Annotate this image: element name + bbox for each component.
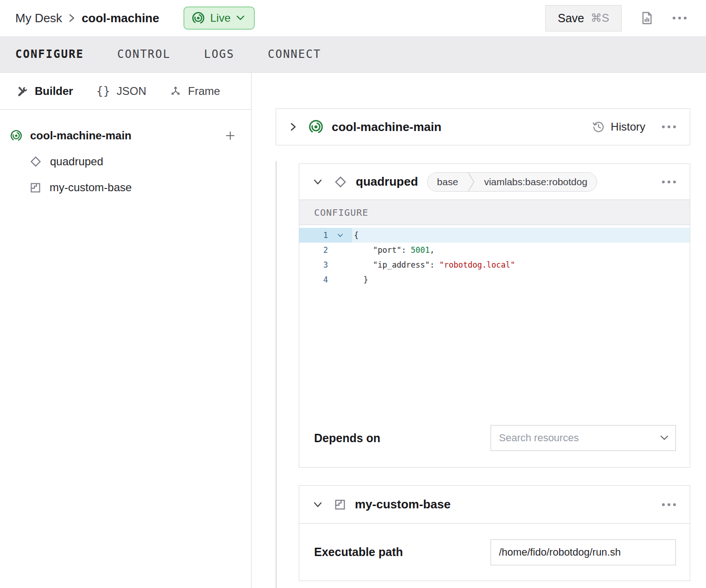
tree-item-label: my-custom-base [50,181,132,194]
chevron-right-icon [290,122,296,132]
executable-path-label: Executable path [314,545,403,559]
executable-path-input[interactable] [491,539,676,565]
tab-control[interactable]: CONTROL [117,48,170,61]
tab-configure[interactable]: CONFIGURE [15,48,84,61]
header-overflow-menu[interactable] [673,17,687,19]
breadcrumb-current: cool-machine [82,11,159,25]
header-actions: Save ⌘S [545,0,706,36]
machine-part-title: cool-machine-main [332,120,441,134]
add-resource-button[interactable] [225,130,236,141]
tree-item-label: cool-machine-main [30,129,132,142]
view-mode-bar: Builder{}JSONFrame [0,73,251,110]
machine-page: My Desk cool-machine Live Save ⌘S [0,0,706,588]
configure-section-label: CONFIGURE [314,207,368,218]
code-line[interactable]: 3 "ip_address": "robotdog.local" [299,257,690,272]
machine-stats-button[interactable] [639,11,654,25]
plus-icon [225,130,236,141]
badge-resource-type: base [428,173,467,191]
custom-base-card-title: my-custom-base [355,497,451,512]
depends-on-row: Depends on [299,424,690,452]
tab-logs[interactable]: LOGS [204,48,234,61]
mode-json[interactable]: {}JSON [96,84,146,98]
resource-tree: cool-machine-mainquadrupedmy-custom-base [0,110,251,198]
chevron-down-icon [313,501,322,508]
line-number: 2 [299,243,328,257]
machine-card-menu[interactable] [662,125,676,128]
code-line[interactable]: 2 "port": 5001, [299,243,690,257]
save-shortcut: ⌘S [591,12,609,25]
code-line[interactable]: 4 } [299,272,690,287]
breadcrumb-parent[interactable]: My Desk [15,11,62,25]
quadruped-card-menu[interactable] [662,181,676,183]
chevron-down-icon [313,179,322,185]
attributes-code-editor[interactable]: 1{2 "port": 5001,3 "ip_address": "robotd… [299,225,690,424]
collapse-card-button[interactable] [313,179,322,185]
ellipsis-icon [662,125,676,128]
module-icon [29,181,42,194]
badge-separator-chevron [467,173,475,191]
breadcrumb: My Desk cool-machine [15,11,159,25]
fold-toggle[interactable] [328,228,352,243]
mode-label: Builder [35,85,73,98]
chevron-right-icon [69,13,75,23]
top-header: My Desk cool-machine Live Save ⌘S [0,0,706,36]
braces-icon: {} [96,84,110,98]
badge-resource-model: viamlabs:base:robotdog [475,173,597,191]
module-icon [334,498,347,511]
component-diamond-icon [334,175,347,189]
machine-part-card: cool-machine-main History [276,108,690,145]
fold-gutter [328,272,352,287]
ellipsis-icon [662,181,676,183]
quadruped-card-title: quadruped [356,175,418,189]
tree-item-cool-machine-main[interactable]: cool-machine-main [0,125,251,146]
history-button[interactable]: History [592,120,645,133]
tab-connect[interactable]: CONNECT [268,48,321,61]
expand-card-button[interactable] [290,122,296,132]
quadruped-card-header: quadruped baseviamlabs:base:robotdog [299,164,690,200]
custom-base-card-body: Executable path [299,524,690,581]
component-diamond-icon [29,155,42,168]
fold-gutter [328,257,352,272]
code-content: { [352,228,690,243]
tree-item-label: quadruped [50,155,103,168]
mode-builder[interactable]: Builder [16,85,73,98]
machine-live-icon [10,130,22,142]
broadcast-icon [192,12,205,25]
fold-gutter [328,243,352,257]
custom-base-resource-card: my-custom-base Executable path [299,485,690,581]
sidebar: Builder{}JSONFrame cool-machine-mainquad… [0,73,252,588]
mode-frame[interactable]: Frame [170,85,220,98]
history-label: History [611,120,645,133]
tools-icon [16,85,28,97]
code-line[interactable]: 1{ [299,228,690,243]
configure-section-bar: CONFIGURE [299,200,690,225]
code-content: "port": 5001, [352,243,690,257]
mode-label: JSON [117,85,146,98]
tab-bar: CONFIGURECONTROLLOGSCONNECT [0,36,706,73]
code-content: } [352,272,690,287]
line-number: 1 [299,228,328,243]
save-label: Save [558,12,584,25]
collapse-card-button[interactable] [313,501,322,508]
quadruped-resource-card: quadruped baseviamlabs:base:robotdog CON… [299,163,690,468]
custom-base-card-menu[interactable] [662,503,676,506]
live-status-badge[interactable]: Live [183,6,255,30]
resource-type-badge: baseviamlabs:base:robotdog [427,172,597,192]
depends-on-search-input[interactable] [491,425,676,451]
document-chart-icon [639,11,654,25]
machine-live-icon [309,119,323,134]
history-icon [592,120,605,133]
line-number: 4 [299,272,328,287]
main-panel: cool-machine-main History [252,73,706,588]
line-number: 3 [299,257,328,272]
tree-item-quadruped[interactable]: quadruped [0,151,251,172]
depends-on-label: Depends on [314,432,380,445]
save-button[interactable]: Save ⌘S [545,5,622,31]
depends-on-select [491,425,676,451]
ellipsis-icon [673,17,687,19]
ellipsis-icon [662,503,676,506]
live-status-label: Live [210,12,231,25]
frame-icon [170,85,182,97]
tree-item-my-custom-base[interactable]: my-custom-base [0,177,251,198]
nesting-indent-line [276,161,277,588]
